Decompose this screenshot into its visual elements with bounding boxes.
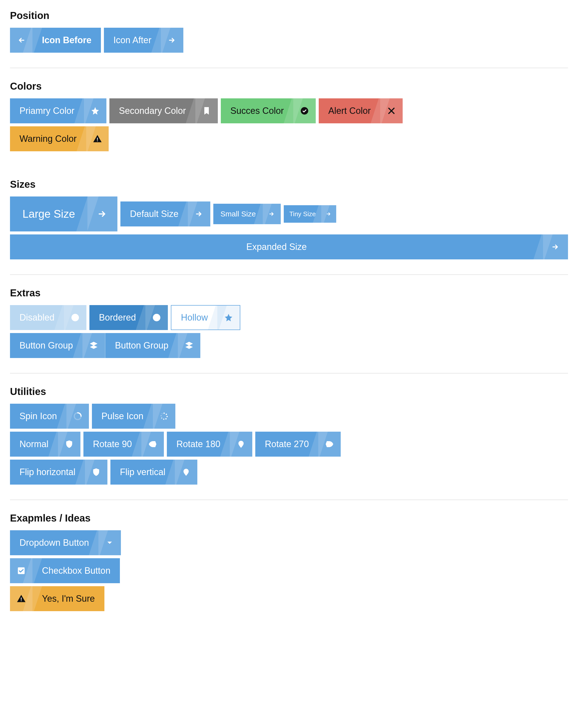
section-position: Position Icon Before Icon After — [10, 10, 568, 53]
checkbox-button-label: Checkbox Button — [32, 558, 120, 583]
rotate-270-label: Rotate 270 — [255, 432, 318, 457]
small-size-button[interactable]: Small Size — [213, 204, 281, 224]
rotate-180-label: Rotate 180 — [167, 432, 230, 457]
rotate-180-button[interactable]: Rotate 180 — [167, 432, 252, 457]
spin-icon-button[interactable]: Spin Icon — [10, 404, 89, 428]
section-title-sizes: Sizes — [10, 179, 568, 190]
spin-icon-label: Spin Icon — [10, 404, 67, 428]
shield-icon — [318, 432, 341, 457]
success-color-button[interactable]: Succes Color — [221, 98, 316, 123]
drop-icon — [175, 460, 197, 485]
default-size-button[interactable]: Default Size — [120, 202, 210, 227]
pulse-icon-label: Pulse Icon — [92, 404, 153, 428]
primary-color-label: Priamry Color — [10, 98, 84, 123]
large-size-label: Large Size — [10, 197, 87, 231]
check-circle-icon — [293, 98, 316, 123]
caret-down-icon — [98, 530, 121, 555]
primary-color-button[interactable]: Priamry Color — [10, 98, 106, 123]
arrow-right-icon — [161, 28, 183, 53]
button-group: Button Group Button Group — [10, 333, 200, 358]
default-size-label: Default Size — [120, 202, 188, 227]
section-colors: Colors Priamry Color Secondary Color Suc… — [10, 81, 568, 151]
spinner-icon — [67, 404, 89, 428]
shield-icon — [142, 432, 164, 457]
alert-color-label: Alert Color — [319, 98, 380, 123]
section-sizes: Sizes Large Size Default Size Small Size… — [10, 179, 568, 259]
small-size-label: Small Size — [213, 204, 263, 224]
section-title-examples: Exapmles / Ideas — [10, 513, 568, 524]
success-color-label: Succes Color — [221, 98, 293, 123]
shield-icon — [58, 432, 80, 457]
secondary-color-label: Secondary Color — [109, 98, 195, 123]
icon-before-button[interactable]: Icon Before — [10, 28, 101, 53]
section-extras: Extras Disabled Bordered Hollow Button G… — [10, 287, 568, 358]
tiny-size-button[interactable]: Tiny Size — [284, 205, 336, 223]
star-icon — [84, 98, 106, 123]
warning-icon — [86, 126, 109, 151]
exclaim-circle-icon — [145, 305, 168, 330]
drop-icon — [230, 432, 252, 457]
section-utilities: Utilities Spin Icon Pulse Icon Normal Ro… — [10, 386, 568, 485]
arrow-right-icon — [263, 204, 281, 224]
bordered-button[interactable]: Bordered — [90, 305, 168, 330]
star-icon — [217, 306, 240, 330]
info-circle-icon — [64, 305, 86, 330]
checkbox-button[interactable]: Checkbox Button — [10, 558, 120, 583]
rotate-90-button[interactable]: Rotate 90 — [83, 432, 164, 457]
button-group-label: Button Group — [105, 333, 178, 358]
divider — [10, 68, 568, 68]
flip-horizontal-button[interactable]: Flip horizontal — [10, 460, 107, 485]
secondary-color-button[interactable]: Secondary Color — [109, 98, 218, 123]
flip-vertical-button[interactable]: Flip vertical — [110, 460, 197, 485]
divider — [10, 373, 568, 373]
warning-color-button[interactable]: Warning Color — [10, 126, 109, 151]
disabled-button: Disabled — [10, 305, 86, 330]
arrow-right-icon — [87, 197, 118, 231]
alert-color-button[interactable]: Alert Color — [319, 98, 403, 123]
button-group-item[interactable]: Button Group — [105, 333, 200, 358]
tiny-size-label: Tiny Size — [284, 205, 321, 223]
flip-horizontal-label: Flip horizontal — [10, 460, 85, 485]
button-group-item[interactable]: Button Group — [10, 333, 105, 358]
section-title-extras: Extras — [10, 287, 568, 298]
large-size-button[interactable]: Large Size — [10, 197, 118, 231]
layers-icon — [82, 333, 105, 358]
divider — [10, 275, 568, 275]
bookmark-icon — [195, 98, 218, 123]
shield-icon — [85, 460, 107, 485]
rotate-90-label: Rotate 90 — [83, 432, 142, 457]
arrow-right-icon — [188, 202, 210, 227]
divider — [10, 499, 568, 500]
expanded-size-button[interactable]: Expanded Size — [10, 234, 568, 259]
icon-before-label: Icon Before — [32, 28, 101, 53]
section-examples: Exapmles / Ideas Dropdown Button Checkbo… — [10, 513, 568, 611]
flip-vertical-label: Flip vertical — [110, 460, 175, 485]
bordered-label: Bordered — [90, 305, 145, 330]
layers-icon — [178, 333, 200, 358]
normal-label: Normal — [10, 432, 58, 457]
section-title-position: Position — [10, 10, 568, 21]
hollow-button[interactable]: Hollow — [171, 305, 240, 330]
icon-after-button[interactable]: Icon After — [104, 28, 183, 53]
normal-button[interactable]: Normal — [10, 432, 80, 457]
times-icon — [380, 98, 403, 123]
section-title-utilities: Utilities — [10, 386, 568, 397]
confirm-button[interactable]: Yes, I'm Sure — [10, 586, 104, 611]
check-square-icon — [10, 558, 32, 583]
section-title-colors: Colors — [10, 81, 568, 92]
dropdown-button-label: Dropdown Button — [10, 530, 98, 555]
arrow-right-icon — [543, 234, 568, 259]
warning-icon — [10, 586, 32, 611]
rotate-270-button[interactable]: Rotate 270 — [255, 432, 341, 457]
warning-color-label: Warning Color — [10, 126, 86, 151]
icon-after-label: Icon After — [104, 28, 161, 53]
pulse-icon-button[interactable]: Pulse Icon — [92, 404, 175, 428]
dropdown-button[interactable]: Dropdown Button — [10, 530, 121, 555]
confirm-button-label: Yes, I'm Sure — [32, 586, 104, 611]
arrow-left-icon — [10, 28, 32, 53]
disabled-label: Disabled — [10, 305, 64, 330]
dots-spinner-icon — [153, 404, 175, 428]
button-group-label: Button Group — [10, 333, 82, 358]
arrow-right-icon — [321, 205, 336, 223]
expanded-size-label: Expanded Size — [10, 234, 543, 259]
